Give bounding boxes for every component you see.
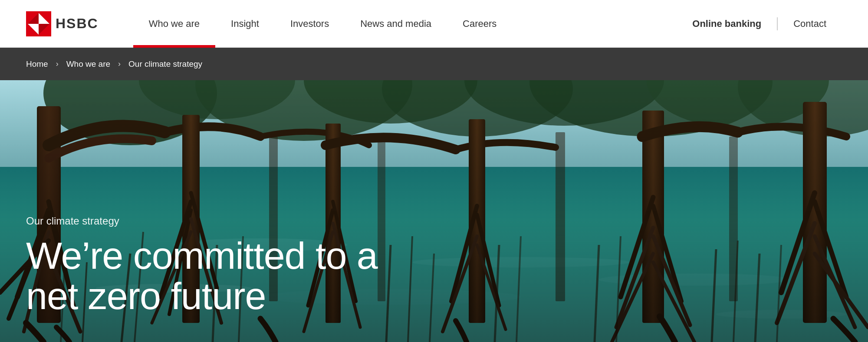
breadcrumb-home[interactable]: Home bbox=[26, 59, 48, 69]
breadcrumb-bar: Home › Who we are › Our climate strategy bbox=[0, 48, 868, 80]
nav-item-insight[interactable]: Insight bbox=[215, 0, 275, 48]
nav-item-news-media[interactable]: News and media bbox=[345, 0, 447, 48]
contact-button[interactable]: Contact bbox=[778, 18, 842, 29]
hero-subtitle: Our climate strategy bbox=[26, 215, 417, 227]
breadcrumb-who-we-are[interactable]: Who we are bbox=[66, 59, 110, 69]
nav-item-investors[interactable]: Investors bbox=[275, 0, 345, 48]
nav-item-careers[interactable]: Careers bbox=[447, 0, 512, 48]
nav-item-who-we-are[interactable]: Who we are bbox=[133, 0, 215, 48]
breadcrumb-separator-1: › bbox=[48, 59, 66, 68]
nav-links: Who we are Insight Investors News and me… bbox=[133, 0, 677, 48]
nav-right: Online banking Contact bbox=[677, 17, 842, 30]
logo-area[interactable]: HSBC bbox=[26, 11, 99, 36]
hsbc-logo-icon bbox=[26, 11, 51, 36]
navbar: HSBC Who we are Insight Investors News a… bbox=[0, 0, 868, 48]
breadcrumb-separator-2: › bbox=[110, 59, 128, 68]
hero-section: Our climate strategy We’re committed to … bbox=[0, 80, 868, 342]
online-banking-button[interactable]: Online banking bbox=[677, 18, 777, 29]
hero-title: We’re committed to a net zero future bbox=[26, 236, 417, 316]
hsbc-logo-text: HSBC bbox=[56, 16, 99, 32]
breadcrumb-current: Our climate strategy bbox=[128, 59, 202, 69]
hero-text-area: Our climate strategy We’re committed to … bbox=[26, 215, 417, 316]
